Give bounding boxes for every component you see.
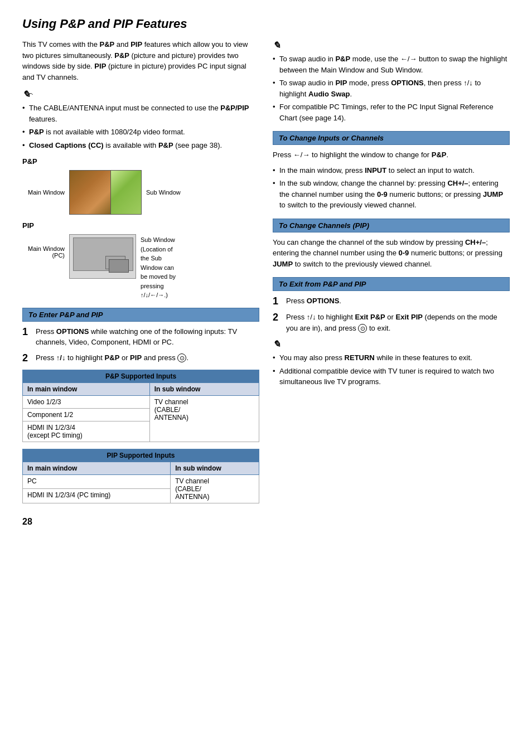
table-row: PC TV channel(CABLE/ANTENNA) [23, 474, 259, 489]
pip-diagram: Main Window (PC) Sub Window(Location oft… [22, 234, 259, 300]
step-1-exit: 1 Press OPTIONS. [273, 295, 510, 307]
pencil-note-icon-bottom: ✎ [273, 338, 288, 350]
note-item: Closed Captions (CC) is available with P… [22, 140, 259, 151]
section-exit-header: To Exit from P&P and PIP [273, 277, 510, 291]
note-item: To swap audio in PIP mode, press OPTIONS… [273, 77, 510, 99]
section-enter-header: To Enter P&P and PIP [22, 308, 259, 322]
pp-supported-inputs-table: P&P Supported Inputs In main window In s… [22, 370, 259, 442]
pencil-note-icon-right: ✎ [273, 39, 288, 51]
pip-col1-header: In main window [23, 462, 171, 474]
svg-text:✎: ✎ [273, 40, 280, 51]
note-item: To swap audio in P&P mode, use the ←/→ b… [273, 54, 510, 75]
enter-circle-icon: ⊙ [177, 353, 186, 362]
change-input-item: In the sub window, change the channel by… [273, 178, 510, 211]
notes-list-1: The CABLE/ANTENNA input must be connecte… [22, 103, 259, 151]
page-title: Using P&P and PIP Features [22, 17, 510, 31]
table-row: Video 1/2/3 TV channel(CABLE/ANTENNA) [23, 395, 259, 408]
pp-table-title: P&P Supported Inputs [23, 370, 259, 382]
pip-main-window-pc-label: (PC) [52, 252, 65, 259]
pp-sub-window-label: Sub Window [146, 189, 181, 196]
pip-supported-inputs-table: PIP Supported Inputs In main window In s… [22, 449, 259, 503]
step-1-enter: 1 Press OPTIONS while watching one of th… [22, 326, 259, 348]
left-column: This TV comes with the P&P and PIP featu… [22, 39, 259, 527]
change-channels-text: You can change the channel of the sub wi… [273, 237, 510, 270]
pp-col2-header: In sub window [149, 382, 259, 395]
pip-main-window-label: Main Window [28, 245, 65, 252]
pip-col2-header: In sub window [171, 462, 259, 474]
svg-text:✎: ✎ [273, 339, 280, 350]
note-item: Additional compatible device with TV tun… [273, 366, 510, 387]
page-number: 28 [22, 517, 259, 527]
pp-main-window-label: Main Window [28, 189, 65, 196]
svg-text:✎: ✎ [22, 89, 30, 100]
section-change-channels-header: To Change Channels (PIP) [273, 219, 510, 232]
pip-table-title: PIP Supported Inputs [23, 449, 259, 462]
step-2-enter: 2 Press ↑/↓ to highlight P&P or PIP and … [22, 352, 259, 364]
section-change-inputs-header: To Change Inputs or Channels [273, 131, 510, 145]
right-notes-top: To swap audio in P&P mode, use the ←/→ b… [273, 54, 510, 123]
pp-diagram: Main Window Sub Window [22, 170, 259, 215]
change-inputs-bullets: In the main window, press INPUT to selec… [273, 165, 510, 211]
right-notes-bottom: You may also press RETURN while in these… [273, 352, 510, 387]
intro-text: This TV comes with the P&P and PIP featu… [22, 39, 259, 83]
note-icon-right: ✎ [273, 39, 510, 51]
enter-circle-exit-icon: ⊙ [358, 324, 367, 333]
pp-label: P&P [22, 157, 259, 166]
step-2-exit: 2 Press ↑/↓ to highlight Exit P&P or Exi… [273, 312, 510, 333]
right-column: ✎ To swap audio in P&P mode, use the ←/→… [273, 39, 510, 527]
pp-col1-header: In main window [23, 382, 150, 395]
pip-sub-window-label: Sub Window(Location ofthe SubWindow canb… [141, 234, 176, 300]
note-icon-bottom: ✎ [273, 338, 510, 350]
note-item: You may also press RETURN while in these… [273, 352, 510, 364]
pencil-note-icon: ✎ [22, 88, 38, 100]
note-item: For compatible PC Timings, refer to the … [273, 101, 510, 123]
pip-label: PIP [22, 221, 259, 230]
change-inputs-intro: Press ←/→ to highlight the window to cha… [273, 149, 510, 161]
change-input-item: In the main window, press INPUT to selec… [273, 165, 510, 176]
note-icon-1: ✎ [22, 88, 259, 100]
note-item: P&P is not available with 1080/24p video… [22, 127, 259, 138]
note-item: The CABLE/ANTENNA input must be connecte… [22, 103, 259, 124]
